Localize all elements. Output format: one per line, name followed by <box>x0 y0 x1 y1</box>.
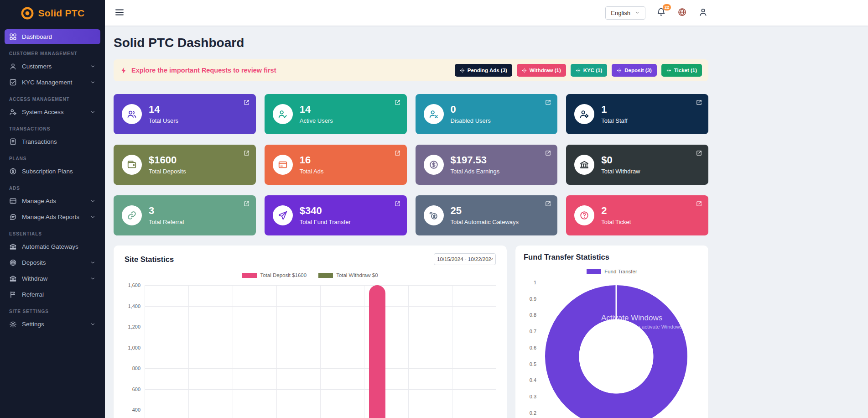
user-cog-icon <box>574 104 594 124</box>
sidebar-item-withdraw[interactable]: Withdraw <box>5 271 100 286</box>
sidebar-item-label: Automatic Gateways <box>22 243 96 250</box>
stat-card-active-users[interactable]: 14Active Users <box>265 94 407 134</box>
stat-card-value: 0 <box>451 104 491 115</box>
gridline <box>364 285 364 418</box>
stat-card-disabled-users[interactable]: 0Disabled Users <box>416 94 558 134</box>
stat-card-total-ads[interactable]: 16Total Ads <box>265 145 407 185</box>
legend-item-fund-transfer: Fund Transfer <box>587 269 637 274</box>
external-link-icon[interactable] <box>545 150 551 157</box>
stat-card-total-staff[interactable]: 1Total Staff <box>566 94 708 134</box>
sun-icon <box>460 68 465 73</box>
sidebar-item-referral[interactable]: Referral <box>5 287 100 302</box>
gridline <box>408 285 409 418</box>
external-link-icon[interactable] <box>545 99 551 106</box>
profile-button[interactable] <box>697 7 708 18</box>
sidebar-item-transactions[interactable]: Transactions <box>5 134 100 149</box>
date-range-input[interactable] <box>434 253 496 265</box>
stat-card-total-withdraw[interactable]: $0Total Withdraw <box>566 145 708 185</box>
stat-card-value: 16 <box>300 155 324 166</box>
external-link-icon[interactable] <box>394 200 401 207</box>
legend-label: Total Deposit $1600 <box>260 272 307 278</box>
stat-card-total-automatic-gateways[interactable]: 25Total Automatic Gateways <box>416 195 558 235</box>
stat-card-text: 25Total Automatic Gateways <box>451 205 519 225</box>
notifications-button[interactable]: 22 <box>655 7 666 18</box>
sidebar-item-manage-ads-reports[interactable]: Manage Ads Reports <box>5 209 100 225</box>
external-link-icon[interactable] <box>394 99 401 106</box>
chevron-down-icon <box>90 321 96 327</box>
bar-total-deposit-1600-10-20-2024[interactable] <box>369 285 385 418</box>
card-icon <box>273 155 293 175</box>
legend-item-total-deposit-1600: Total Deposit $1600 <box>242 272 307 278</box>
stat-card-total-deposits[interactable]: $1600Total Deposits <box>114 145 256 185</box>
legend-swatch <box>587 269 601 274</box>
quick-filter-deposit-3-button[interactable]: Deposit (3) <box>612 64 656 77</box>
external-link-icon[interactable] <box>696 150 702 157</box>
language-select[interactable]: English <box>605 6 645 20</box>
stat-card-text: 16Total Ads <box>300 155 324 174</box>
sidebar-item-dashboard[interactable]: Dashboard <box>5 29 100 44</box>
y-tick-label: 1,200 <box>128 324 140 329</box>
stat-card-total-fund-transfer[interactable]: $340Total Fund Transfer <box>265 195 407 235</box>
y-tick-label: 1,400 <box>128 303 140 309</box>
sidebar-item-deposits[interactable]: Deposits <box>5 255 100 270</box>
external-link-icon[interactable] <box>394 150 401 157</box>
sidebar-item-system-access[interactable]: System Access <box>5 104 100 120</box>
stat-card-label: Total Staff <box>601 117 628 124</box>
help-circle-icon <box>574 205 594 225</box>
stat-card-value: 2 <box>601 205 631 216</box>
stat-card-total-referral[interactable]: 3Total Referral <box>114 195 256 235</box>
y-tick-label: 0.5 <box>526 361 536 367</box>
user-icon <box>698 11 708 18</box>
external-link-icon[interactable] <box>545 200 551 207</box>
external-link-icon[interactable] <box>243 150 250 157</box>
stat-card-total-ads-earnings[interactable]: $197.53Total Ads Earnings <box>416 145 558 185</box>
quick-filter-ticket-1-button[interactable]: Ticket (1) <box>661 64 702 77</box>
stat-card-value: 25 <box>451 205 519 216</box>
quick-filter-pending-ads-3-button[interactable]: Pending Ads (3) <box>455 64 512 77</box>
chevron-down-icon <box>90 79 96 85</box>
sidebar: Solid PTC DashboardCUSTOMER MANAGEMENTCu… <box>0 0 105 418</box>
sidebar-item-kyc-management[interactable]: KYC Management <box>5 75 100 90</box>
menu-toggle-button[interactable] <box>114 7 125 19</box>
dollar-circle-icon <box>424 155 444 175</box>
y-tick-label: 0.8 <box>526 312 536 318</box>
quick-filter-kyc-1-button[interactable]: KYC (1) <box>571 64 608 77</box>
grid-icon <box>9 33 17 41</box>
y-tick-label: 1 <box>526 280 536 285</box>
bank-icon <box>574 155 594 175</box>
gridline <box>145 285 145 418</box>
sidebar-item-customers[interactable]: Customers <box>5 59 100 74</box>
external-link-icon[interactable] <box>696 200 702 207</box>
target-icon <box>9 259 17 266</box>
quick-filter-withdraw-1-button[interactable]: Withdraw (1) <box>517 64 566 77</box>
logo-text: Solid PTC <box>38 8 85 19</box>
y-tick-label: 0.6 <box>526 345 536 350</box>
y-tick-label: 0.3 <box>526 394 536 399</box>
app-root: Solid PTC DashboardCUSTOMER MANAGEMENTCu… <box>0 0 868 418</box>
legend-label: Total Withdraw $0 <box>336 272 378 278</box>
dollar-circle-icon <box>9 167 17 175</box>
gridline <box>452 285 452 418</box>
chevron-down-icon <box>90 109 96 115</box>
sidebar-item-subscription-plans[interactable]: Subscription Plans <box>5 164 100 179</box>
stat-card-total-users[interactable]: 14Total Users <box>114 94 256 134</box>
site-statistics-panel: Site Statistics Total Deposit $1600Total… <box>114 246 507 418</box>
logo[interactable]: Solid PTC <box>0 0 105 26</box>
external-link-icon[interactable] <box>243 200 250 207</box>
sidebar-item-settings[interactable]: Settings <box>5 317 100 332</box>
bank-icon <box>9 275 17 282</box>
external-link-icon[interactable] <box>696 99 702 106</box>
stat-card-text: $197.53Total Ads Earnings <box>451 155 500 174</box>
sidebar-item-label: Referral <box>22 291 96 298</box>
sidebar-item-manage-ads[interactable]: Manage Ads <box>5 193 100 209</box>
stat-card-value: $340 <box>300 205 351 216</box>
chevron-down-icon <box>90 260 96 266</box>
visit-site-button[interactable] <box>676 7 687 18</box>
external-link-icon[interactable] <box>243 99 250 106</box>
stat-card-total-ticket[interactable]: 2Total Ticket <box>566 195 708 235</box>
quick-filter-label: Withdraw (1) <box>530 68 561 73</box>
stat-card-label: Total Deposits <box>149 168 186 175</box>
sidebar-item-automatic-gateways[interactable]: Automatic Gateways <box>5 239 100 254</box>
alert-buttons: Pending Ads (3)Withdraw (1)KYC (1)Deposi… <box>455 64 702 77</box>
stat-card-label: Total Ads <box>300 168 324 175</box>
